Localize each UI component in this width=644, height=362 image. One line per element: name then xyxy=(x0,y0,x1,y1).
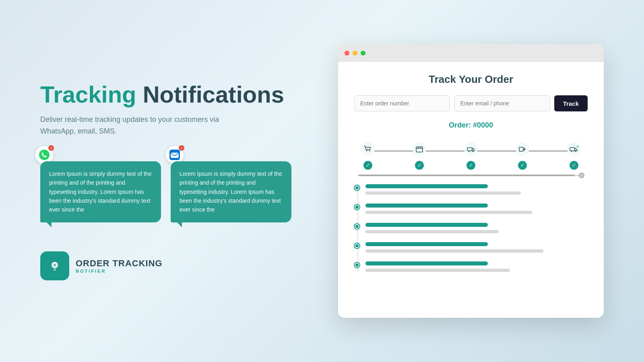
brand-name: ORDER TRACKING xyxy=(76,258,163,269)
step-transit-check: ✓ xyxy=(518,161,527,170)
svg-rect-16 xyxy=(516,142,529,156)
email-bubble-wrapper: 1 Lorem Ipsum is simply dummy text of th… xyxy=(171,153,291,222)
hero-title-block: Tracking Notifications xyxy=(40,82,314,107)
timeline-dot-1 xyxy=(355,185,359,190)
svg-rect-12 xyxy=(464,142,478,156)
track-form: Track xyxy=(354,95,588,111)
step-shipped-check: ✓ xyxy=(466,161,475,170)
step-delivered-icon xyxy=(564,139,584,158)
svg-point-15 xyxy=(473,151,474,152)
brand-icon-svg xyxy=(46,257,63,274)
browser-dot-red[interactable] xyxy=(345,51,349,56)
svg-point-0 xyxy=(39,150,50,160)
svg-point-14 xyxy=(469,151,470,152)
svg-point-6 xyxy=(54,264,56,265)
brand-icon-box xyxy=(40,251,69,280)
timeline-bar1-5 xyxy=(365,261,488,265)
step-packed-check: ✓ xyxy=(415,161,424,170)
browser-content: Track Your Order Track Order: #0000 xyxy=(338,62,604,318)
track-button[interactable]: Track xyxy=(554,95,588,111)
browser-window: Track Your Order Track Order: #0000 xyxy=(338,44,604,318)
brand-text: ORDER TRACKING NOTIFIER xyxy=(76,258,163,274)
timeline-bar2-3 xyxy=(365,230,499,233)
hero-subtitle: Deliver real-time tracking updates to yo… xyxy=(40,120,314,137)
timeline-item-5 xyxy=(365,261,588,272)
svg-point-21 xyxy=(575,151,576,152)
svg-rect-10 xyxy=(413,142,426,156)
step-delivered-check: ✓ xyxy=(570,161,578,170)
step-packed: ✓ xyxy=(410,139,429,170)
svg-rect-2 xyxy=(171,152,179,158)
timeline-dot-3 xyxy=(355,224,359,229)
timeline-bar1-1 xyxy=(365,184,488,188)
browser-bar xyxy=(338,44,604,62)
order-number-input[interactable] xyxy=(354,95,450,111)
whatsapp-bubble-text: Lorem Ipsum is simply dummy text of the … xyxy=(49,169,152,214)
timeline-bar2-2 xyxy=(365,211,532,214)
step-transit-icon xyxy=(513,139,532,158)
hero-title-rest: Notifications xyxy=(136,81,284,107)
hero-title: Tracking Notifications xyxy=(40,82,314,107)
timeline-bar1-3 xyxy=(365,223,488,227)
svg-point-8 xyxy=(366,150,367,151)
step-cart-icon xyxy=(358,139,378,158)
email-badge: 1 xyxy=(179,145,184,151)
step-cart: ✓ xyxy=(358,139,378,170)
step-packed-icon xyxy=(410,139,429,158)
browser-dot-green[interactable] xyxy=(361,51,365,56)
brand-bar: ORDER TRACKING NOTIFIER xyxy=(40,251,314,280)
svg-point-9 xyxy=(369,150,370,151)
whatsapp-badge: 1 xyxy=(48,145,54,151)
step-shipped: ✓ xyxy=(461,139,481,170)
timeline-bar2-4 xyxy=(365,249,543,253)
timeline-dot-2 xyxy=(355,205,359,210)
timeline-bar1-4 xyxy=(365,242,488,246)
timeline-container xyxy=(354,184,588,272)
order-number: Order: #0000 xyxy=(354,121,588,130)
whatsapp-bubble-wrapper: 1 Lorem Ipsum is simply dummy text of th… xyxy=(40,153,161,222)
timeline-dot-4 xyxy=(355,243,359,248)
step-cart-check: ✓ xyxy=(363,161,372,170)
progress-handle xyxy=(579,173,584,178)
timeline-dot-5 xyxy=(355,263,359,267)
timeline-item-2 xyxy=(365,204,588,214)
timeline-bar2-5 xyxy=(365,269,510,272)
progress-bar-container xyxy=(358,175,584,176)
email-bubble-text: Lorem Ipsum is simply dummy text of the … xyxy=(180,169,283,214)
timeline-items xyxy=(365,184,588,272)
email-bubble: Lorem Ipsum is simply dummy text of the … xyxy=(171,161,291,222)
brand-sub: NOTIFIER xyxy=(76,269,163,274)
timeline-item-1 xyxy=(365,184,588,195)
progress-bar-fill xyxy=(358,175,575,176)
step-shipped-icon xyxy=(461,139,481,158)
timeline-bar1-2 xyxy=(365,204,488,208)
hero-subtitle-line1: Deliver real-time tracking updates to yo… xyxy=(40,115,219,123)
step-delivered: ✓ xyxy=(564,139,584,170)
step-transit: ✓ xyxy=(513,139,532,170)
track-title: Track Your Order xyxy=(354,73,588,86)
left-panel: Tracking Notifications Deliver real-time… xyxy=(40,82,314,280)
hero-subtitle-line2: WhatsApp, email, SMS. xyxy=(40,127,117,135)
svg-rect-18 xyxy=(567,142,581,156)
timeline-bar2-1 xyxy=(365,191,521,195)
contact-input[interactable] xyxy=(454,95,550,111)
timeline-item-4 xyxy=(365,242,588,253)
browser-dot-yellow[interactable] xyxy=(353,51,357,56)
chat-bubbles-container: 1 Lorem Ipsum is simply dummy text of th… xyxy=(40,153,314,222)
tracking-steps: ✓ ✓ xyxy=(354,139,588,170)
svg-rect-7 xyxy=(361,142,375,156)
hero-title-highlight: Tracking xyxy=(40,81,136,107)
svg-point-20 xyxy=(571,151,572,152)
whatsapp-bubble: Lorem Ipsum is simply dummy text of the … xyxy=(40,161,161,222)
timeline-item-3 xyxy=(365,223,588,233)
main-container: Tracking Notifications Deliver real-time… xyxy=(16,16,628,346)
